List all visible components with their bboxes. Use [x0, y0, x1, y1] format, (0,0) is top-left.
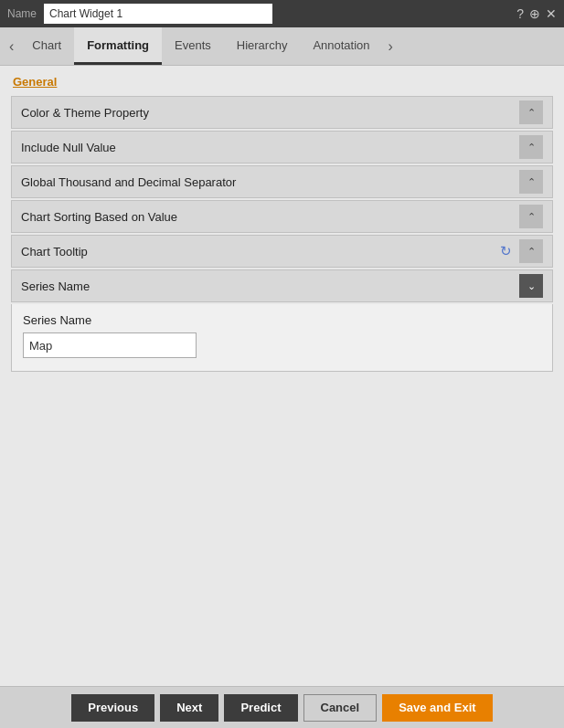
- series-name-field-label: Series Name: [23, 313, 541, 327]
- tab-prev-btn[interactable]: ‹: [4, 27, 19, 65]
- refresh-icon[interactable]: ↻: [500, 243, 512, 259]
- predict-button[interactable]: Predict: [224, 694, 297, 722]
- tab-events[interactable]: Events: [162, 27, 224, 65]
- save-exit-button[interactable]: Save and Exit: [382, 694, 493, 722]
- accordion-color-theme[interactable]: Color & Theme Property ⌃: [11, 96, 553, 129]
- accordion-chart-tooltip-label: Chart Tooltip: [21, 245, 500, 258]
- accordion-include-null[interactable]: Include Null Value ⌃: [11, 131, 553, 164]
- accordion-global-separator-icons: ⌃: [519, 170, 543, 194]
- bottom-bar: Previous Next Predict Cancel Save and Ex…: [0, 686, 564, 728]
- accordion-color-theme-toggle[interactable]: ⌃: [519, 100, 543, 124]
- accordion-series-name-icons: ⌄: [519, 274, 543, 298]
- accordion-chart-sorting-icons: ⌃: [519, 205, 543, 228]
- move-icon[interactable]: ⊕: [529, 6, 540, 21]
- accordion-global-separator-toggle[interactable]: ⌃: [519, 170, 543, 194]
- accordion-color-theme-label: Color & Theme Property: [21, 106, 519, 120]
- accordion-include-null-toggle[interactable]: ⌃: [519, 135, 543, 159]
- tab-chart[interactable]: Chart: [19, 27, 74, 65]
- title-bar: Name ? ⊕ ✕: [0, 0, 564, 27]
- accordion-chart-tooltip-toggle[interactable]: ⌃: [519, 239, 543, 263]
- tab-bar: ‹ Chart Formatting Events Hierarchy Anno…: [0, 27, 564, 66]
- accordion-series-name[interactable]: Series Name ⌄: [11, 269, 553, 302]
- section-label: General: [11, 75, 553, 89]
- tab-annotation[interactable]: Annotation: [300, 27, 382, 65]
- accordion-global-separator[interactable]: Global Thousand and Decimal Separator ⌃: [11, 165, 553, 198]
- next-button[interactable]: Next: [160, 694, 218, 722]
- series-name-input[interactable]: [23, 332, 197, 358]
- accordion-color-theme-icons: ⌃: [519, 100, 543, 124]
- series-name-panel: Series Name: [11, 304, 553, 372]
- tab-next-btn[interactable]: ›: [383, 27, 399, 65]
- close-icon[interactable]: ✕: [546, 6, 557, 21]
- accordion-chart-sorting-toggle[interactable]: ⌃: [519, 205, 543, 228]
- accordion-chart-sorting-label: Chart Sorting Based on Value: [21, 210, 519, 224]
- cancel-button[interactable]: Cancel: [303, 694, 378, 722]
- help-icon[interactable]: ?: [516, 6, 524, 21]
- accordion-series-name-toggle[interactable]: ⌄: [519, 274, 543, 298]
- accordion-include-null-icons: ⌃: [519, 135, 543, 159]
- content-area: General Color & Theme Property ⌃ Include…: [0, 66, 564, 686]
- accordion-chart-sorting[interactable]: Chart Sorting Based on Value ⌃: [11, 200, 553, 233]
- previous-button[interactable]: Previous: [71, 694, 154, 722]
- tab-hierarchy[interactable]: Hierarchy: [224, 27, 301, 65]
- name-label: Name: [7, 7, 37, 20]
- accordion-chart-tooltip[interactable]: Chart Tooltip ↻ ⌃: [11, 235, 553, 268]
- accordion-chart-tooltip-icons: ↻ ⌃: [500, 239, 543, 263]
- tab-formatting[interactable]: Formatting: [74, 27, 162, 65]
- widget-name-input[interactable]: [44, 4, 272, 24]
- accordion-series-name-label: Series Name: [21, 280, 519, 293]
- accordion-global-separator-label: Global Thousand and Decimal Separator: [21, 175, 519, 189]
- title-bar-icons: ? ⊕ ✕: [516, 6, 557, 21]
- accordion-include-null-label: Include Null Value: [21, 141, 519, 154]
